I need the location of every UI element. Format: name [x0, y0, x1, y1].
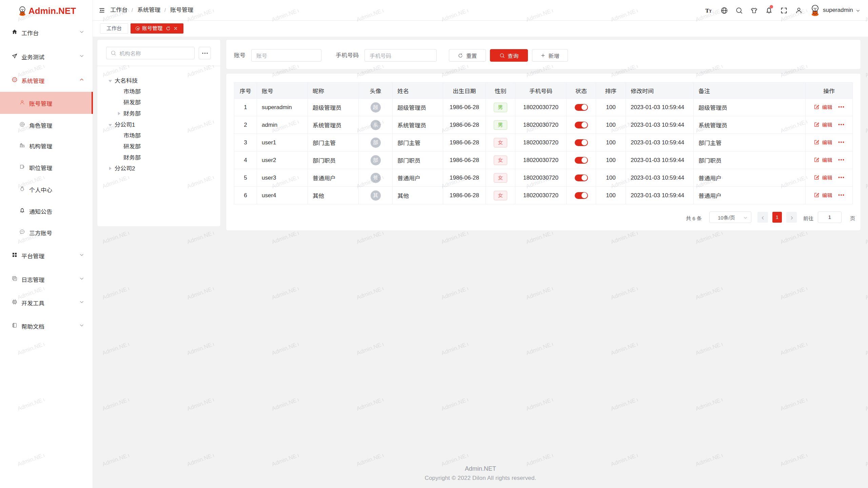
svg-text:T: T: [709, 9, 712, 14]
